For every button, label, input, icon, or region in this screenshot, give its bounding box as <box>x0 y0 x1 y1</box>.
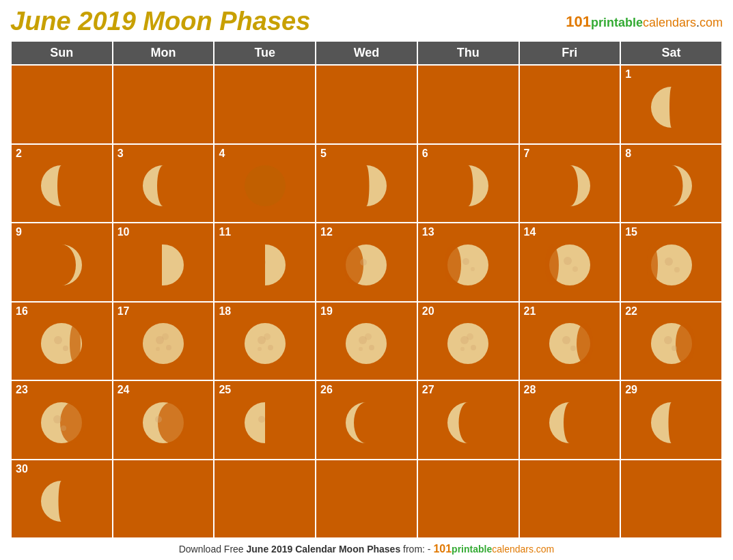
svg-point-42 <box>471 345 476 350</box>
moon-phase-almost_full <box>14 305 109 378</box>
calendar-cell-30: 24 <box>113 380 215 460</box>
calendar-cell-14: 8 <box>620 144 722 223</box>
calendar-week-3: 9 10 11 12 13 14 15 <box>11 223 722 302</box>
calendar-cell-15: 9 <box>11 223 113 302</box>
svg-point-39 <box>365 333 372 340</box>
svg-point-35 <box>346 323 387 364</box>
calendar-cell-18: 12 <box>316 223 417 302</box>
calendar-cell-4 <box>316 65 417 144</box>
col-fri: Fri <box>519 41 621 65</box>
moon-phase-waning_gibbous2 <box>624 305 719 378</box>
svg-point-50 <box>676 323 695 364</box>
moon-calendar: Sun Mon Tue Wed Thu Fri Sat 1 2 3 4 5 6 … <box>10 40 723 539</box>
svg-point-59 <box>155 416 162 423</box>
moon-phase-full_moon <box>319 305 414 378</box>
day-number: 5 <box>320 148 327 160</box>
calendar-cell-19: 13 <box>417 223 519 302</box>
calendar-week-4: 16 17 18 19 20 <box>11 302 722 381</box>
moon-phase-waxing_crescent_med <box>523 147 618 221</box>
moon-phase-waning_crescent_med <box>14 147 109 221</box>
calendar-cell-32: 26 <box>316 380 417 460</box>
calendar-cell-42 <box>620 460 722 539</box>
moon-phase-waning_crescent_large2 <box>421 383 516 457</box>
calendar-cell-29: 23 <box>11 380 113 460</box>
day-number: 4 <box>219 148 225 160</box>
day-number: 10 <box>117 226 130 238</box>
svg-point-33 <box>258 347 262 351</box>
day-number: 24 <box>117 384 130 396</box>
day-number: 7 <box>524 148 530 160</box>
calendar-week-1: 1 <box>11 65 722 144</box>
svg-point-34 <box>264 333 271 340</box>
moon-phase-waning_gibbous3 <box>14 383 109 457</box>
svg-point-23 <box>54 336 62 344</box>
moon-phase-waning_crescent_large <box>319 383 414 457</box>
calendar-cell-1 <box>11 65 113 144</box>
calendar-week-6: 30 <box>11 460 722 539</box>
calendar-cell-36: 30 <box>11 460 113 539</box>
page-wrapper: June 2019 Moon Phases 101printablecalend… <box>0 0 733 560</box>
day-number: 18 <box>219 305 231 318</box>
svg-point-58 <box>158 402 185 443</box>
svg-point-51 <box>664 336 672 344</box>
svg-point-29 <box>162 333 169 340</box>
day-number: 6 <box>422 148 428 160</box>
moon-phase-waning_crescent_med2 <box>116 147 211 221</box>
calendar-cell-8: 2 <box>11 144 113 223</box>
day-number: 25 <box>219 384 231 396</box>
moon-phase-waxing_crescent_thin2 <box>421 147 516 221</box>
moon-phase-full_moon <box>217 305 312 378</box>
col-thu: Thu <box>417 41 519 65</box>
calendar-cell-40 <box>417 460 519 539</box>
svg-point-47 <box>562 336 570 344</box>
calendar-cell-39 <box>316 460 417 539</box>
calendar-header-row: Sun Mon Tue Wed Thu Fri Sat <box>11 41 722 65</box>
svg-point-16 <box>572 266 578 272</box>
svg-point-30 <box>245 323 286 364</box>
calendar-cell-33: 27 <box>417 380 519 460</box>
svg-point-55 <box>53 415 61 423</box>
calendar-cell-12: 6 <box>417 144 519 223</box>
brand-printable: printable <box>591 16 643 29</box>
svg-point-28 <box>156 347 160 351</box>
svg-point-62 <box>258 416 265 423</box>
moon-phase-third_quarter <box>217 383 312 457</box>
svg-point-54 <box>60 402 85 443</box>
calendar-cell-23: 17 <box>113 302 215 381</box>
day-number: 17 <box>117 305 130 318</box>
calendar-cell-31: 25 <box>214 380 316 460</box>
svg-point-2 <box>143 244 184 285</box>
moon-phase-waxing_crescent_med2 <box>624 147 719 221</box>
moon-phase-full_moon <box>421 305 516 378</box>
svg-point-44 <box>467 333 473 340</box>
brand-101: 101 <box>566 13 591 30</box>
svg-point-22 <box>70 323 81 364</box>
calendar-cell-37 <box>113 460 215 539</box>
calendar-week-5: 23 24 25 26 27 28 29 <box>11 380 722 460</box>
footer-bold: June 2019 Calendar Moon Phases <box>247 544 401 555</box>
site-brand: 101printablecalendars.com <box>566 13 723 31</box>
day-number: 11 <box>219 226 231 238</box>
calendar-cell-7: 1 <box>620 65 722 144</box>
calendar-cell-21: 15 <box>620 223 722 302</box>
svg-point-37 <box>369 345 374 350</box>
day-number: 20 <box>422 305 434 318</box>
moon-phase-waning_crescent_thin3 <box>624 383 719 457</box>
moon-phase-first_quarter_minus <box>116 225 211 299</box>
svg-point-32 <box>268 345 273 350</box>
moon-phase-waxing_crescent_large <box>14 225 109 299</box>
svg-point-0 <box>245 165 286 206</box>
day-number: 29 <box>625 384 637 396</box>
day-number: 21 <box>524 305 536 318</box>
calendar-cell-24: 18 <box>214 302 316 381</box>
col-tue: Tue <box>214 41 316 65</box>
svg-point-27 <box>166 345 171 350</box>
calendar-cell-20: 14 <box>519 223 621 302</box>
brand-cals: calendars <box>643 16 696 29</box>
moon-phase-waxing_gibbous <box>319 225 414 299</box>
day-number: 13 <box>422 226 434 238</box>
moon-phase-waxing_crescent_thin <box>319 147 414 221</box>
page-title: June 2019 Moon Phases <box>10 7 310 36</box>
moon-phase-waning_gibbous4 <box>116 383 211 457</box>
svg-point-48 <box>570 346 576 351</box>
